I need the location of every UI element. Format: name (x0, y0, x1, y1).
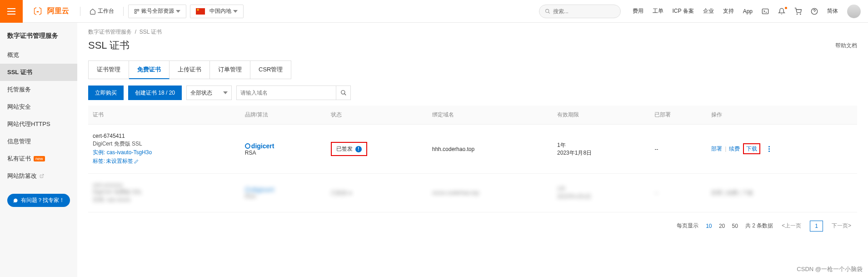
tab-free-cert[interactable]: 免费证书 (129, 61, 170, 79)
sidebar-item-site-security[interactable]: 网站安全 (0, 98, 77, 116)
sidebar-item-tamper[interactable]: 网站防篡改 (0, 167, 77, 185)
sidebar-item-hosting[interactable]: 托管服务 (0, 81, 77, 98)
col-deployed: 已部署 (650, 106, 707, 125)
cart-icon[interactable] (794, 8, 802, 15)
account-scope-dropdown[interactable]: 账号全部资源 (128, 5, 186, 18)
tab-cert-manage[interactable]: 证书管理 (89, 61, 129, 79)
prev-page-button[interactable]: <上一页 (778, 220, 805, 232)
status-filter-label: 全部状态 (190, 89, 212, 97)
table-row: cert-xxxxxxxDigiCert 免费版 SSL实例: cas-xxxx… (88, 174, 857, 212)
consult-label: 有问题？找专家！ (21, 196, 65, 204)
help-docs-link[interactable]: 帮助文档 (835, 42, 857, 50)
svg-rect-1 (137, 9, 139, 11)
col-domain: 绑定域名 (428, 106, 553, 125)
nav-app[interactable]: App (743, 8, 753, 15)
sidebar-item-private-cert[interactable]: 私有证书 new (0, 150, 77, 167)
status-filter-select[interactable]: 全部状态 (186, 86, 232, 100)
workspace-label: 工作台 (98, 7, 114, 15)
next-page-button[interactable]: 下一页> (828, 220, 855, 232)
tab-order-manage[interactable]: 订单管理 (210, 61, 250, 79)
nav-support[interactable]: 支持 (723, 7, 734, 15)
sidebar: 数字证书管理服务 概览 SSL 证书 托管服务 网站安全 网站代理HTTPS 信… (0, 23, 77, 277)
help-icon[interactable] (811, 8, 818, 15)
divider (80, 7, 80, 16)
menu-toggle-button[interactable] (0, 0, 23, 23)
avatar[interactable] (847, 5, 861, 18)
sidebar-item-ssl[interactable]: SSL 证书 (0, 64, 77, 81)
sidebar-item-info[interactable]: 信息管理 (0, 133, 77, 150)
cert-instance[interactable]: 实例: cas-ivauto-TsgH3o (93, 149, 236, 156)
sidebar-item-label: 信息管理 (7, 137, 31, 146)
china-flag-icon (196, 8, 205, 15)
svg-point-3 (545, 9, 549, 12)
sidebar-item-overview[interactable]: 概览 (0, 46, 77, 64)
nav-orders[interactable]: 工单 (653, 7, 663, 15)
global-search[interactable] (539, 5, 621, 18)
divider (123, 7, 124, 16)
op-download-link[interactable]: 下载 (743, 143, 760, 154)
account-scope-label: 账号全部资源 (141, 7, 174, 15)
sidebar-item-label: SSL 证书 (7, 68, 32, 76)
op-renew-link[interactable]: 续费 (729, 146, 740, 152)
watermark: CSDN @一枪一个小脑袋 (797, 265, 863, 273)
per-page-label: 每页显示 (677, 222, 698, 230)
page-size-10[interactable]: 10 (706, 223, 712, 229)
page-size-options: 10 20 50 (703, 223, 741, 229)
cert-algo: RSA (245, 150, 322, 156)
page-size-20[interactable]: 20 (719, 223, 725, 229)
workspace-link[interactable]: 工作台 (85, 5, 119, 18)
home-icon (90, 8, 96, 15)
domain-search (236, 86, 351, 100)
chat-icon (13, 198, 18, 203)
row-ops: 部署| 续费 下载 (707, 125, 857, 174)
nav-enterprise[interactable]: 企业 (703, 7, 714, 15)
cert-tags-link[interactable]: 标签: 未设置标签 (93, 157, 236, 165)
cert-type: DigiCert 免费版 SSL (93, 140, 236, 148)
chevron-down-icon (233, 10, 238, 13)
op-deploy-link[interactable]: 部署 (711, 146, 722, 152)
page-number[interactable]: 1 (810, 221, 823, 232)
validity-term: 1年 (557, 141, 645, 149)
breadcrumb-leaf: SSL 证书 (140, 29, 162, 35)
domain-search-button[interactable] (336, 86, 351, 100)
chevron-down-icon (223, 91, 228, 94)
search-icon (545, 8, 550, 15)
buy-now-button[interactable]: 立即购买 (88, 86, 124, 100)
breadcrumb-root[interactable]: 数字证书管理服务 (88, 29, 132, 35)
svg-point-5 (797, 14, 797, 14)
region-dropdown[interactable]: 中国内地 (190, 5, 244, 18)
sidebar-item-label: 托管服务 (7, 86, 31, 94)
new-badge: new (34, 156, 45, 161)
brand-logo: digicert (245, 142, 322, 150)
consult-expert-button[interactable]: 有问题？找专家！ (7, 194, 70, 207)
page-size-50[interactable]: 50 (732, 223, 738, 229)
brand-name: 阿里云 (47, 6, 69, 16)
cert-name: cert-6745411 (93, 133, 236, 139)
pagination: 每页显示 10 20 50 共 2 条数据 <上一页 1 下一页> (88, 212, 857, 239)
global-search-input[interactable] (553, 8, 615, 15)
cloudshell-icon[interactable] (762, 8, 769, 15)
tab-csr-manage[interactable]: CSR管理 (250, 61, 291, 79)
lang-switch[interactable]: 简体 (827, 7, 838, 15)
more-actions-icon[interactable] (768, 146, 770, 152)
sidebar-item-label: 网站防篡改 (7, 172, 37, 180)
breadcrumb: 数字证书管理服务 / SSL 证书 (88, 28, 857, 36)
create-cert-button[interactable]: 创建证书 18 / 20 (128, 86, 182, 100)
sidebar-item-label: 网站安全 (7, 103, 31, 111)
nav-icp[interactable]: ICP 备案 (673, 7, 694, 15)
notification-icon[interactable] (778, 8, 785, 15)
svg-rect-0 (135, 9, 137, 11)
status-text: 已签发 (336, 145, 353, 153)
digicert-ring-icon (245, 143, 250, 149)
tab-upload-cert[interactable]: 上传证书 (170, 61, 210, 79)
info-icon[interactable]: ! (355, 146, 362, 152)
nav-fees[interactable]: 费用 (633, 7, 644, 15)
svg-rect-4 (762, 9, 768, 14)
edit-icon (134, 159, 139, 164)
brand-logo[interactable]: 〔-〕 阿里云 (29, 6, 69, 17)
validity-date: 2023年1月8日 (557, 149, 645, 157)
domain-search-input[interactable] (236, 86, 336, 100)
svg-point-8 (341, 91, 344, 94)
sidebar-item-proxy-https[interactable]: 网站代理HTTPS (0, 116, 77, 133)
cert-table: 证书 品牌/算法 状态 绑定域名 有效期限 已部署 操作 cert-674541… (88, 106, 857, 212)
